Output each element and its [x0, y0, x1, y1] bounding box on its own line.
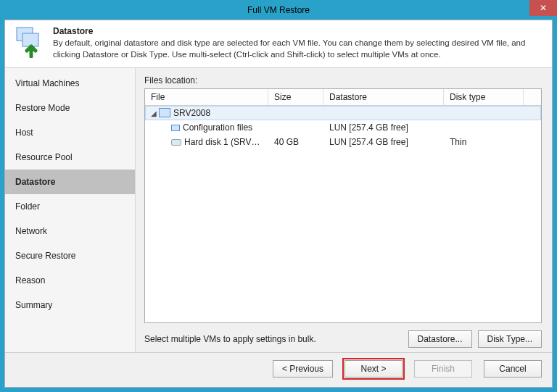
titlebar[interactable]: Full VM Restore ✕: [0, 0, 557, 20]
file-row[interactable]: Configuration filesLUN [257.4 GB free]: [145, 120, 541, 135]
step-heading: Datastore: [53, 26, 543, 36]
file-size: 40 GB: [268, 135, 323, 149]
svg-rect-1: [22, 33, 38, 46]
files-grid-header: File Size Datastore Disk type: [145, 89, 541, 106]
step-sidebar: Virtual MachinesRestore ModeHostResource…: [5, 68, 136, 352]
col-header-datastore[interactable]: Datastore: [323, 89, 444, 105]
datastore-button[interactable]: Datastore...: [408, 330, 472, 348]
sidebar-item-reason[interactable]: Reason: [5, 268, 135, 293]
wizard-window: Full VM Restore ✕ Datastore By default, …: [0, 0, 557, 392]
files-grid-body[interactable]: ◢SRV2008Configuration filesLUN [257.4 GB…: [145, 106, 541, 322]
sidebar-item-resource-pool[interactable]: Resource Pool: [5, 145, 135, 170]
wizard-inner: Datastore By default, original datastore…: [4, 20, 553, 388]
window-title: Full VM Restore: [247, 5, 310, 15]
file-name: Hard disk 1 (SRV200...: [184, 137, 268, 147]
file-disktype: Thin: [444, 135, 524, 149]
next-button[interactable]: Next >: [344, 360, 403, 378]
bulk-hint: Select multiple VMs to apply settings in…: [144, 334, 403, 344]
col-header-size[interactable]: Size: [268, 89, 323, 105]
vm-name: SRV2008: [173, 108, 210, 118]
main-panel: Files location: File Size Datastore Disk…: [136, 68, 552, 352]
sidebar-item-host[interactable]: Host: [5, 120, 135, 145]
col-header-disktype[interactable]: Disk type: [444, 89, 524, 105]
sidebar-item-summary[interactable]: Summary: [5, 293, 135, 317]
files-grid: File Size Datastore Disk type ◢SRV2008Co…: [144, 88, 542, 323]
tree-toggle-icon[interactable]: ◢: [150, 109, 157, 117]
file-row[interactable]: Hard disk 1 (SRV200...40 GBLUN [257.4 GB…: [145, 135, 541, 149]
wizard-body: Virtual MachinesRestore ModeHostResource…: [5, 68, 552, 352]
previous-button[interactable]: < Previous: [273, 360, 333, 378]
header-text: Datastore By default, original datastore…: [53, 26, 543, 60]
disk-type-button[interactable]: Disk Type...: [478, 330, 542, 348]
sidebar-item-folder[interactable]: Folder: [5, 194, 135, 219]
config-file-icon: [171, 125, 180, 131]
vm-icon: [160, 109, 170, 117]
bulk-row: Select multiple VMs to apply settings in…: [144, 323, 542, 348]
step-description: By default, original datastore and disk …: [53, 38, 543, 60]
sidebar-item-secure-restore[interactable]: Secure Restore: [5, 243, 135, 268]
disk-icon: [171, 139, 181, 146]
file-size: [268, 126, 323, 129]
file-name: Configuration files: [183, 122, 252, 133]
cancel-button[interactable]: Cancel: [484, 360, 542, 378]
datastore-step-icon: [14, 26, 46, 58]
file-disktype: [444, 126, 524, 129]
file-datastore: LUN [257.4 GB free]: [323, 135, 444, 149]
wizard-header: Datastore By default, original datastore…: [5, 20, 552, 68]
sidebar-item-virtual-machines[interactable]: Virtual Machines: [5, 71, 135, 96]
close-button[interactable]: ✕: [529, 0, 557, 16]
vm-row[interactable]: ◢SRV2008: [145, 106, 541, 120]
files-location-label: Files location:: [144, 75, 542, 86]
file-datastore: LUN [257.4 GB free]: [323, 121, 444, 134]
wizard-footer: < Previous Next > Finish Cancel: [5, 352, 552, 384]
close-icon: ✕: [540, 4, 547, 12]
col-header-file[interactable]: File: [145, 89, 268, 105]
sidebar-item-restore-mode[interactable]: Restore Mode: [5, 96, 135, 120]
sidebar-item-datastore[interactable]: Datastore: [5, 170, 135, 194]
sidebar-item-network[interactable]: Network: [5, 219, 135, 243]
finish-button[interactable]: Finish: [414, 360, 472, 378]
